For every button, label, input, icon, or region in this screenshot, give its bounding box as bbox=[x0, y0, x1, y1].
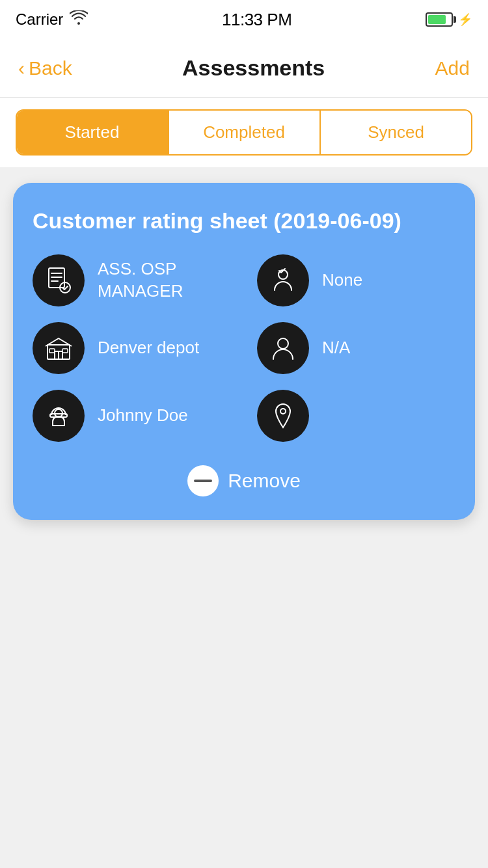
svg-rect-10 bbox=[62, 349, 68, 353]
main-content: Customer rating sheet (2019-06-09) bbox=[0, 167, 488, 868]
tab-synced[interactable]: Synced bbox=[321, 111, 471, 154]
tab-group: Started Completed Synced bbox=[16, 109, 472, 156]
warehouse-icon bbox=[33, 322, 85, 374]
wifi-icon bbox=[70, 10, 88, 29]
tab-completed-label: Completed bbox=[203, 122, 285, 142]
status-left: Carrier bbox=[16, 10, 88, 29]
nav-bar: ‹ Back Assessments Add bbox=[0, 39, 488, 98]
manager-text: None bbox=[322, 269, 362, 292]
card-title: Customer rating sheet (2019-06-09) bbox=[33, 206, 455, 235]
assessment-card[interactable]: Customer rating sheet (2019-06-09) bbox=[13, 183, 475, 520]
time-display: 11:33 PM bbox=[222, 10, 291, 30]
info-item-user: N/A bbox=[257, 322, 455, 374]
back-label: Back bbox=[29, 57, 72, 79]
person-name-text: Johnny Doe bbox=[98, 405, 188, 427]
svg-rect-9 bbox=[49, 349, 55, 353]
back-chevron-icon: ‹ bbox=[18, 57, 25, 79]
depot-text: Denver depot bbox=[98, 337, 199, 359]
tab-completed[interactable]: Completed bbox=[169, 111, 319, 154]
info-item-role: ASS. OSP MANAGER bbox=[33, 254, 231, 306]
page-title: Assessments bbox=[182, 55, 325, 81]
role-text: ASS. OSP MANAGER bbox=[98, 258, 231, 303]
info-row-3: Johnny Doe bbox=[33, 390, 455, 442]
svg-point-14 bbox=[280, 409, 286, 414]
info-grid: ASS. OSP MANAGER None bbox=[33, 254, 455, 442]
tab-started[interactable]: Started bbox=[17, 111, 167, 154]
info-item-person: Johnny Doe bbox=[33, 390, 231, 442]
back-button[interactable]: ‹ Back bbox=[18, 57, 72, 79]
tab-bar: Started Completed Synced bbox=[0, 98, 488, 167]
document-icon bbox=[33, 254, 85, 306]
status-right: ⚡ bbox=[426, 12, 472, 27]
status-bar: Carrier 11:33 PM ⚡ bbox=[0, 0, 488, 39]
worker-icon bbox=[33, 390, 85, 442]
battery-icon bbox=[426, 12, 453, 27]
remove-label[interactable]: Remove bbox=[228, 470, 301, 492]
remove-icon[interactable] bbox=[187, 465, 219, 496]
add-button[interactable]: Add bbox=[435, 57, 470, 79]
info-item-manager: None bbox=[257, 254, 455, 306]
remove-row: Remove bbox=[33, 465, 455, 496]
info-row-2: Denver depot N/A bbox=[33, 322, 455, 374]
svg-point-11 bbox=[278, 338, 288, 349]
info-row-1: ASS. OSP MANAGER None bbox=[33, 254, 455, 306]
location-icon bbox=[257, 390, 309, 442]
info-item-depot: Denver depot bbox=[33, 322, 231, 374]
tab-started-label: Started bbox=[65, 122, 120, 142]
user-na-text: N/A bbox=[322, 337, 350, 359]
person-manager-icon bbox=[257, 254, 309, 306]
person-user-icon bbox=[257, 322, 309, 374]
tab-synced-label: Synced bbox=[368, 122, 424, 142]
carrier-label: Carrier bbox=[16, 10, 63, 29]
info-item-location bbox=[257, 390, 455, 442]
charging-icon: ⚡ bbox=[458, 12, 472, 27]
